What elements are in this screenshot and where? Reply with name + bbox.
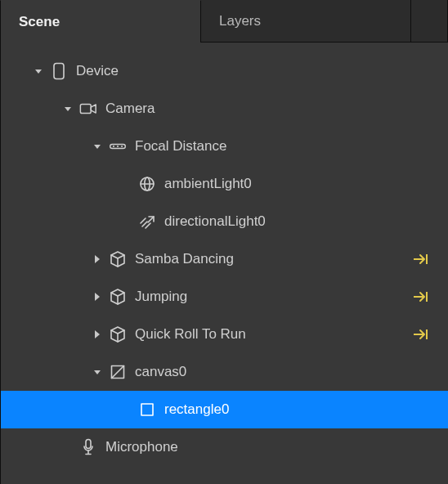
svg-point-5	[121, 146, 123, 147]
svg-rect-25	[86, 440, 91, 449]
svg-rect-24	[141, 404, 153, 415]
focal-icon	[109, 137, 127, 155]
svg-line-9	[142, 222, 147, 226]
chevron-right-icon[interactable]	[89, 289, 105, 305]
tree-row-label: ambientLight0	[164, 176, 252, 192]
svg-rect-1	[80, 105, 91, 114]
tab-layers-label: Layers	[219, 13, 261, 29]
tree-row-jumping[interactable]: Jumping	[1, 278, 448, 316]
chevron-right-icon[interactable]	[89, 326, 105, 343]
tree-row-label: canvas0	[135, 364, 186, 380]
tree-row-label: Microphone	[105, 439, 178, 455]
mic-icon	[79, 438, 97, 456]
tree-row-samba-dancing[interactable]: Samba Dancing	[1, 240, 448, 278]
tree-row-rectangle0[interactable]: rectangle0	[1, 391, 448, 428]
arrow-to-end-icon[interactable]	[412, 253, 430, 266]
svg-line-11	[141, 218, 146, 223]
tree-row-label: Quick Roll To Run	[135, 326, 246, 343]
svg-point-3	[113, 146, 114, 147]
tree-row-label: Samba Dancing	[135, 251, 234, 267]
svg-line-10	[146, 223, 150, 228]
arrow-to-end-icon[interactable]	[412, 290, 430, 303]
tree-row-label: directionalLight0	[164, 213, 266, 230]
tree-row-label: Camera	[105, 101, 155, 117]
tree-row-label: rectangle0	[164, 401, 229, 418]
cube-icon	[109, 325, 127, 343]
directional-icon	[138, 213, 156, 231]
cube-icon	[109, 250, 127, 268]
tree-row-canvas0[interactable]: canvas0	[1, 353, 448, 391]
tab-gap	[411, 0, 448, 43]
globe-icon	[138, 175, 156, 193]
chevron-down-icon[interactable]	[89, 364, 105, 380]
tree-row-ambient-light0[interactable]: ambientLight0	[1, 165, 448, 203]
tab-scene-label: Scene	[19, 14, 60, 30]
device-icon	[50, 62, 68, 80]
arrow-to-end-icon[interactable]	[412, 328, 430, 341]
tree-row-device[interactable]: Device	[1, 52, 448, 90]
tab-scene[interactable]: Scene	[0, 0, 201, 43]
svg-line-12	[148, 217, 154, 222]
svg-point-4	[117, 146, 119, 147]
tree-row-label: Jumping	[135, 289, 187, 305]
chevron-down-icon[interactable]	[60, 101, 76, 117]
svg-rect-0	[54, 64, 64, 79]
svg-line-23	[112, 366, 124, 379]
tree-row-label: Device	[76, 63, 119, 79]
chevron-right-icon[interactable]	[89, 251, 105, 267]
chevron-down-icon[interactable]	[30, 63, 47, 79]
tab-layers[interactable]: Layers	[201, 0, 411, 43]
tree-row-microphone[interactable]: Microphone	[1, 428, 448, 466]
camera-icon	[79, 100, 97, 118]
scene-tree[interactable]: DeviceCameraFocal DistanceambientLight0d…	[0, 43, 448, 484]
tree-row-quick-roll-to-run[interactable]: Quick Roll To Run	[1, 316, 448, 353]
chevron-down-icon[interactable]	[89, 138, 105, 155]
cube-icon	[109, 288, 127, 306]
tree-row-label: Focal Distance	[135, 138, 226, 155]
tab-bar: Scene Layers	[0, 0, 448, 43]
scene-panel: Scene Layers DeviceCameraFocal Distancea…	[0, 0, 448, 484]
tree-row-focal-distance[interactable]: Focal Distance	[1, 128, 448, 165]
tree-row-camera[interactable]: Camera	[1, 90, 448, 128]
canvas-icon	[109, 363, 127, 381]
rectangle-icon	[138, 401, 156, 419]
tree-row-directional-light0[interactable]: directionalLight0	[1, 203, 448, 240]
